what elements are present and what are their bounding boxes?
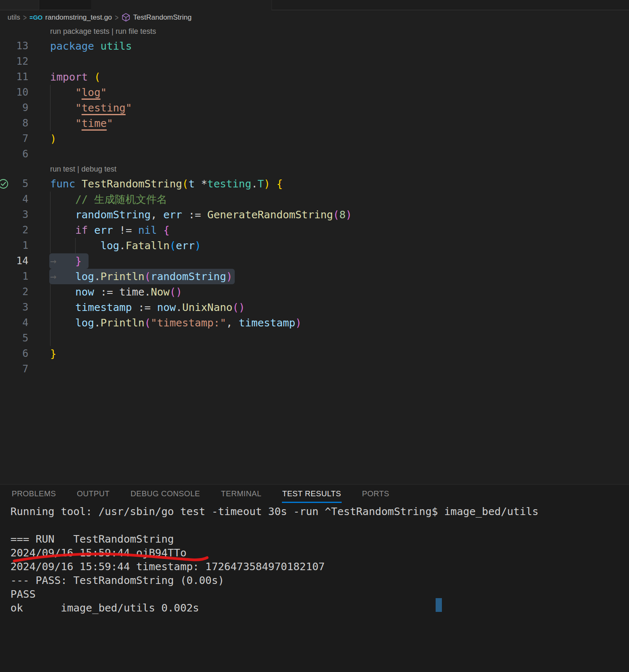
breadcrumb-item[interactable]: randomstring_test.go: [45, 13, 112, 22]
line-number[interactable]: 6: [0, 147, 40, 162]
code-line[interactable]: 12: [0, 54, 629, 69]
breadcrumb-item[interactable]: utils: [8, 13, 20, 22]
code-line[interactable]: 4 // 生成随机文件名: [0, 192, 629, 207]
active-tab-fragment[interactable]: [91, 0, 271, 10]
panel-tab-debug-console[interactable]: DEBUG CONSOLE: [130, 485, 200, 503]
code-line[interactable]: 3 timestamp := now.UnixNano(): [0, 300, 629, 315]
output-line: === RUN TestRandomString: [10, 532, 629, 546]
codelens-link[interactable]: run test: [50, 165, 75, 173]
code-line-text: [40, 331, 50, 346]
output-line: Running tool: /usr/sbin/go test -timeout…: [10, 505, 629, 518]
output-line: PASS: [10, 587, 629, 601]
symbol-method-icon: [122, 13, 130, 22]
terminal-cursor: [436, 598, 442, 612]
code-line[interactable]: 11import (: [0, 69, 629, 85]
panel-tab-ports[interactable]: PORTS: [362, 485, 390, 503]
line-number[interactable]: 4: [0, 192, 40, 207]
line-number[interactable]: 3: [0, 207, 40, 222]
line-number[interactable]: 1: [0, 269, 40, 284]
code-line-text: log.Fatalln(err): [40, 238, 201, 253]
output-line: ok image_bed/utils 0.002s: [10, 601, 629, 615]
line-number[interactable]: 9: [0, 100, 40, 116]
code-line-text: func TestRandomString(t *testing.T) {: [40, 176, 283, 192]
panel-tab-bar: PROBLEMSOUTPUTDEBUG CONSOLETERMINALTEST …: [0, 485, 629, 503]
code-line[interactable]: 3 randomString, err := GenerateRandomStr…: [0, 207, 629, 222]
code-line-text: ): [40, 131, 56, 147]
vscode-window: utils>GOrandomstring_test.go>TestRandomS…: [0, 0, 629, 672]
line-number[interactable]: 7: [0, 131, 40, 147]
code-line[interactable]: 5: [0, 331, 629, 346]
codelens: run package tests | run file tests: [50, 24, 156, 38]
code-line-text: → }: [40, 253, 81, 269]
panel-tab-output[interactable]: OUTPUT: [76, 485, 110, 503]
indent-guide: [50, 331, 51, 346]
line-number[interactable]: 5: [0, 331, 40, 346]
code-line-text: log.Println("timestamp:", timestamp): [40, 315, 302, 331]
code-line-text: now := time.Now(): [40, 284, 182, 300]
output-line: 2024/09/16 15:59:44 timestamp: 172647358…: [10, 560, 629, 573]
tab-bar-empty: [271, 0, 629, 10]
panel-tab-terminal[interactable]: TERMINAL: [221, 485, 262, 503]
line-number[interactable]: 13: [0, 38, 40, 54]
code-editor[interactable]: run package tests | run file tests13pack…: [0, 24, 629, 484]
test-output: Running tool: /usr/sbin/go test -timeout…: [0, 503, 629, 615]
output-line: [10, 518, 629, 532]
line-number[interactable]: 4: [0, 315, 40, 331]
line-number[interactable]: 1: [0, 238, 40, 253]
code-line[interactable]: 1→ log.Println(randomString): [0, 269, 629, 284]
code-line[interactable]: 5func TestRandomString(t *testing.T) {: [0, 176, 629, 192]
go-language-icon: GO: [30, 14, 42, 21]
code-line-text: randomString, err := GenerateRandomStrin…: [40, 207, 352, 222]
line-number[interactable]: 7: [0, 361, 40, 377]
code-line-text: [40, 54, 50, 69]
code-line-text: "time": [40, 116, 113, 131]
code-line[interactable]: 7: [0, 361, 629, 377]
code-line[interactable]: 9 "testing": [0, 100, 629, 116]
line-number[interactable]: 14: [0, 253, 40, 269]
inactive-tab-fragment[interactable]: [0, 0, 39, 10]
code-line-text: → log.Println(randomString): [40, 269, 233, 284]
code-line-text: // 生成随机文件名: [40, 192, 167, 207]
code-line[interactable]: 13package utils: [0, 38, 629, 54]
code-line[interactable]: 2 now := time.Now(): [0, 284, 629, 300]
codelens-separator: |: [75, 165, 81, 173]
codelens: run test | debug test: [50, 162, 117, 176]
line-number[interactable]: 5: [0, 176, 40, 192]
code-line[interactable]: 8 "time": [0, 116, 629, 131]
code-line-text: timestamp := now.UnixNano(): [40, 300, 245, 315]
line-number[interactable]: 3: [0, 300, 40, 315]
code-line[interactable]: 1 log.Fatalln(err): [0, 238, 629, 253]
chevron-right-icon: >: [115, 13, 119, 22]
line-number[interactable]: 2: [0, 222, 40, 238]
panel-tab-problems[interactable]: PROBLEMS: [11, 485, 56, 503]
line-number[interactable]: 2: [0, 284, 40, 300]
tab-bar-gap: [40, 0, 91, 10]
codelens-row: run test | debug test: [0, 162, 629, 176]
line-number[interactable]: 11: [0, 69, 40, 85]
code-line-text: }: [40, 346, 56, 361]
code-line-text: if err != nil {: [40, 222, 170, 238]
line-number[interactable]: 8: [0, 116, 40, 131]
code-line[interactable]: 6: [0, 147, 629, 162]
tab-bar: [0, 0, 629, 10]
code-line[interactable]: 6}: [0, 346, 629, 361]
code-line[interactable]: 10 "log": [0, 85, 629, 100]
codelens-link[interactable]: run file tests: [116, 27, 156, 35]
line-number[interactable]: 6: [0, 346, 40, 361]
code-line[interactable]: 4 log.Println("timestamp:", timestamp): [0, 315, 629, 331]
code-line-text: import (: [40, 69, 100, 85]
line-number[interactable]: 10: [0, 85, 40, 100]
code-line-text: "log": [40, 85, 107, 100]
code-line-text: [40, 147, 50, 162]
code-line[interactable]: 7): [0, 131, 629, 147]
code-line[interactable]: 2 if err != nil {: [0, 222, 629, 238]
code-line-text: "testing": [40, 100, 132, 116]
codelens-link[interactable]: run package tests: [50, 27, 109, 35]
line-number[interactable]: 12: [0, 54, 40, 69]
panel-tab-test-results[interactable]: TEST RESULTS: [282, 485, 342, 503]
code-line[interactable]: 14→ }: [0, 253, 629, 269]
bottom-panel: PROBLEMSOUTPUTDEBUG CONSOLETERMINALTEST …: [0, 484, 629, 672]
breadcrumb-item[interactable]: TestRandomString: [133, 13, 192, 22]
output-line: --- PASS: TestRandomString (0.00s): [10, 573, 629, 587]
codelens-link[interactable]: debug test: [81, 165, 117, 173]
